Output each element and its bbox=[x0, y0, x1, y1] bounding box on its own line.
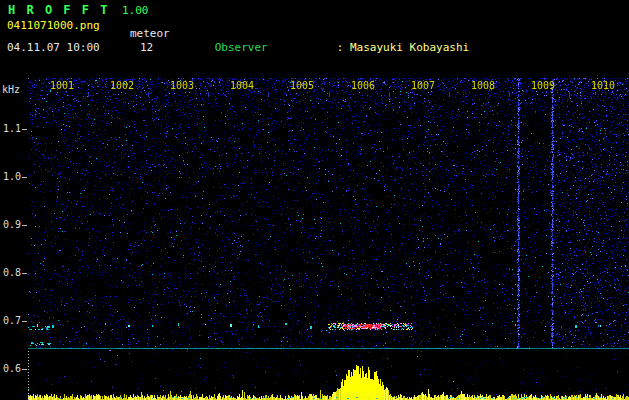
mode-label: meteor bbox=[130, 27, 170, 40]
time-axis-label-1006: 1006 bbox=[351, 80, 375, 91]
freq-axis-tick bbox=[22, 129, 27, 130]
observation-datetime: 04.11.07 10:00 bbox=[7, 41, 100, 54]
spectrogram-canvas bbox=[28, 78, 629, 400]
time-axis-label-1004: 1004 bbox=[230, 80, 254, 91]
freq-axis-unit: kHz bbox=[2, 84, 20, 95]
time-axis-label-1008: 1008 bbox=[471, 80, 495, 91]
field-value: Masayuki Kobayashi bbox=[350, 41, 469, 54]
freq-axis-tick bbox=[22, 369, 27, 370]
time-axis-label-1002: 1002 bbox=[110, 80, 134, 91]
time-axis-label-1003: 1003 bbox=[170, 80, 194, 91]
app-title: H R O F F T bbox=[8, 3, 109, 17]
freq-axis-tick bbox=[22, 177, 27, 178]
time-axis-label-1010: 1010 bbox=[591, 80, 615, 91]
time-axis-label-1007: 1007 bbox=[411, 80, 435, 91]
time-axis-label-1001: 1001 bbox=[50, 80, 74, 91]
field-observer: Observer: Masayuki Kobayashi bbox=[175, 28, 629, 67]
freq-axis-tick bbox=[22, 321, 27, 322]
freq-axis-tick bbox=[22, 273, 27, 274]
time-axis-label-1009: 1009 bbox=[531, 80, 555, 91]
field-label: Observer bbox=[215, 41, 337, 54]
output-filename: 0411071000.png bbox=[7, 19, 100, 32]
time-axis-label-1005: 1005 bbox=[290, 80, 314, 91]
app-version: 1.00 bbox=[122, 4, 149, 17]
hrofft-screen: H R O F F T 1.00 0411071000.png meteor 0… bbox=[0, 0, 629, 400]
meteor-count: 12 bbox=[140, 41, 153, 54]
freq-axis-tick bbox=[22, 225, 27, 226]
field-separator: : bbox=[337, 41, 350, 54]
